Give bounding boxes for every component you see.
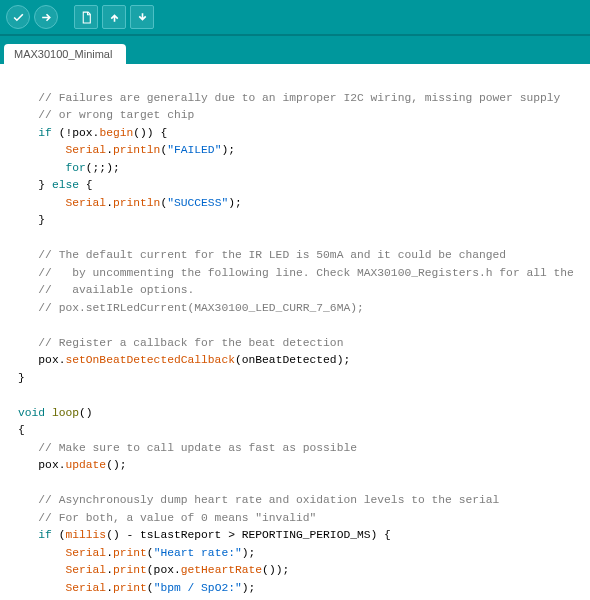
tab-bar: MAX30100_Minimal: [0, 36, 590, 64]
code-line: // pox.setIRLedCurrent(MAX30100_LED_CURR…: [38, 302, 363, 314]
code-line: // Asynchronously dump heart rate and ox…: [38, 494, 499, 506]
code-line: // or wrong target chip: [38, 109, 194, 121]
new-file-button[interactable]: [74, 5, 98, 29]
upload-icon: [108, 11, 121, 24]
toolbar: [0, 0, 590, 36]
code-line: // The default current for the IR LED is…: [38, 249, 506, 261]
save-button[interactable]: [130, 5, 154, 29]
code-editor[interactable]: // Failures are generally due to an impr…: [0, 64, 590, 600]
verify-button[interactable]: [6, 5, 30, 29]
file-new-icon: [80, 11, 93, 24]
code-line: // For both, a value of 0 means "invalid…: [38, 512, 316, 524]
code-line: // available options.: [38, 284, 194, 296]
kw-void: void: [18, 407, 45, 419]
code-line: // Make sure to call update as fast as p…: [38, 442, 357, 454]
upload-sketch-button[interactable]: [34, 5, 58, 29]
sketch-tab[interactable]: MAX30100_Minimal: [4, 44, 126, 64]
code-line: // by uncommenting the following line. C…: [38, 267, 574, 279]
check-icon: [12, 11, 25, 24]
code-line: // Register a callback for the beat dete…: [38, 337, 343, 349]
arrow-right-icon: [40, 11, 53, 24]
kw-if: if: [38, 127, 52, 139]
open-button[interactable]: [102, 5, 126, 29]
download-icon: [136, 11, 149, 24]
kw-if: if: [38, 529, 52, 541]
code-line: // Failures are generally due to an impr…: [38, 92, 560, 104]
